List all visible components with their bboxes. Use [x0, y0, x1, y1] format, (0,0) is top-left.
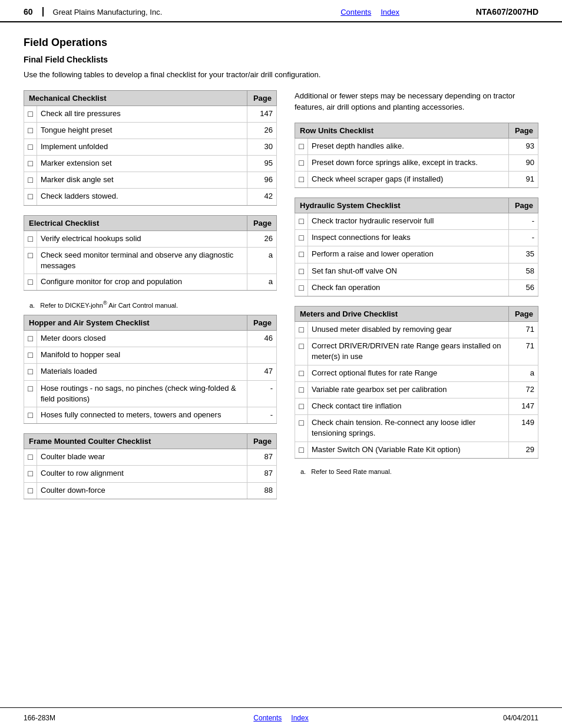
checkbox-cell[interactable]: □ — [295, 171, 308, 187]
checkbox-cell[interactable]: □ — [295, 230, 308, 246]
page-value: 71 — [509, 322, 538, 338]
checkbox-icon[interactable]: □ — [28, 410, 32, 420]
page-value — [247, 347, 277, 364]
checkbox-icon[interactable]: □ — [28, 109, 32, 118]
checkbox-cell[interactable]: □ — [24, 274, 37, 291]
checkbox-cell[interactable]: □ — [295, 138, 308, 154]
table-row: □Materials loaded47 — [24, 364, 277, 380]
checkbox-icon[interactable]: □ — [28, 350, 32, 360]
item-text: Correct optional flutes for rate Range — [308, 365, 509, 381]
checkbox-icon[interactable]: □ — [28, 126, 32, 135]
checkbox-icon[interactable]: □ — [299, 158, 303, 167]
hopper-page-col-header: Page — [247, 315, 277, 331]
page-value: - — [509, 213, 538, 230]
page-value: a — [247, 247, 277, 274]
footer: 166-283M Contents Index 04/04/2011 — [0, 707, 562, 728]
table-row: □Preset depth handles alike.93 — [295, 138, 538, 154]
item-text: Implement unfolded — [37, 139, 247, 155]
checkbox-cell[interactable]: □ — [295, 213, 308, 230]
checkbox-icon[interactable]: □ — [299, 233, 303, 242]
checkbox-icon[interactable]: □ — [299, 266, 303, 276]
page-value: 56 — [509, 279, 538, 296]
checkbox-cell[interactable]: □ — [24, 331, 37, 347]
col-left: Mechanical Checklist Page □Check all tir… — [24, 90, 277, 509]
checkbox-cell[interactable]: □ — [24, 230, 37, 247]
table-row: □Manifold to hopper seal — [24, 347, 277, 364]
item-text: Check chain tension. Re-connect any loos… — [308, 415, 509, 442]
footer-contents-link[interactable]: Contents — [253, 714, 282, 722]
checkbox-cell[interactable]: □ — [24, 156, 37, 172]
table-row: □Hose routings - no sags, no pinches (ch… — [24, 380, 277, 407]
checkbox-cell[interactable]: □ — [24, 466, 37, 482]
table-row: □Correct DRIVER/DRIVEN rate Range gears … — [295, 338, 538, 365]
checkbox-icon[interactable]: □ — [28, 251, 32, 260]
checkbox-cell[interactable]: □ — [24, 449, 37, 466]
checkbox-cell[interactable]: □ — [295, 442, 308, 458]
header: 60 Great Plains Manufacturing, Inc. Cont… — [0, 0, 562, 22]
item-text: Check fan operation — [308, 279, 509, 296]
checkbox-cell[interactable]: □ — [295, 365, 308, 381]
header-links: Contents Index — [265, 8, 476, 17]
checkbox-icon[interactable]: □ — [299, 249, 303, 259]
checkbox-icon[interactable]: □ — [299, 283, 303, 292]
checkbox-cell[interactable]: □ — [24, 482, 37, 499]
checkbox-cell[interactable]: □ — [24, 347, 37, 364]
checkbox-icon[interactable]: □ — [28, 452, 32, 462]
footer-index-link[interactable]: Index — [291, 714, 308, 722]
checkbox-icon[interactable]: □ — [28, 234, 32, 243]
checkbox-icon[interactable]: □ — [299, 174, 303, 184]
checkbox-cell[interactable]: □ — [24, 407, 37, 423]
checkbox-icon[interactable]: □ — [28, 469, 32, 478]
checkbox-cell[interactable]: □ — [295, 279, 308, 296]
checkbox-icon[interactable]: □ — [299, 445, 303, 454]
checkbox-cell[interactable]: □ — [295, 338, 308, 365]
checkbox-cell[interactable]: □ — [24, 139, 37, 155]
checkbox-cell[interactable]: □ — [24, 189, 37, 205]
meters-footnote: a. Refer to Seed Rate manual. — [295, 468, 538, 475]
item-text: Inspect connections for leaks — [308, 230, 509, 246]
header-contents-link[interactable]: Contents — [340, 8, 371, 17]
table-row: □Check tractor hydraulic reservoir full- — [295, 213, 538, 230]
checkbox-cell[interactable]: □ — [295, 322, 308, 338]
checkbox-icon[interactable]: □ — [299, 401, 303, 411]
checkbox-icon[interactable]: □ — [299, 325, 303, 334]
checkbox-icon[interactable]: □ — [28, 277, 32, 286]
checkbox-cell[interactable]: □ — [24, 247, 37, 274]
checkbox-icon[interactable]: □ — [299, 418, 303, 427]
checkbox-cell[interactable]: □ — [295, 154, 308, 171]
checkbox-icon[interactable]: □ — [28, 192, 32, 201]
checkbox-icon[interactable]: □ — [28, 367, 32, 376]
checkbox-icon[interactable]: □ — [299, 141, 303, 151]
checkbox-icon[interactable]: □ — [299, 368, 303, 378]
checkbox-cell[interactable]: □ — [24, 122, 37, 139]
checkbox-cell[interactable]: □ — [24, 106, 37, 122]
header-index-link[interactable]: Index — [381, 8, 399, 17]
page-value: 90 — [509, 154, 538, 171]
checkbox-icon[interactable]: □ — [28, 175, 32, 185]
checkbox-cell[interactable]: □ — [295, 398, 308, 414]
checkbox-icon[interactable]: □ — [299, 341, 303, 351]
checkbox-cell[interactable]: □ — [295, 381, 308, 398]
checkbox-icon[interactable]: □ — [28, 384, 32, 393]
checkbox-icon[interactable]: □ — [28, 334, 32, 343]
checkbox-cell[interactable]: □ — [24, 364, 37, 380]
page-value: 30 — [247, 139, 277, 155]
checkbox-icon[interactable]: □ — [28, 142, 32, 151]
table-row: □Coulter blade wear87 — [24, 449, 277, 466]
table-row: □Check wheel scraper gaps (if installed)… — [295, 171, 538, 187]
checkbox-cell[interactable]: □ — [24, 380, 37, 407]
item-text: Check ladders stowed. — [37, 189, 247, 205]
checkbox-cell[interactable]: □ — [295, 246, 308, 263]
page-value: 72 — [509, 381, 538, 398]
table-row: □Check fan operation56 — [295, 279, 538, 296]
checkbox-cell[interactable]: □ — [24, 172, 37, 189]
checkbox-icon[interactable]: □ — [28, 486, 32, 495]
table-row: □Hoses fully connected to meters, towers… — [24, 407, 277, 423]
page-value: 88 — [247, 482, 277, 499]
checkbox-icon[interactable]: □ — [28, 159, 32, 168]
checkbox-cell[interactable]: □ — [295, 415, 308, 442]
checkbox-cell[interactable]: □ — [295, 263, 308, 279]
checkbox-icon[interactable]: □ — [299, 385, 303, 394]
checkbox-icon[interactable]: □ — [299, 216, 303, 226]
mechanical-checklist-title: Mechanical Checklist — [24, 90, 247, 106]
